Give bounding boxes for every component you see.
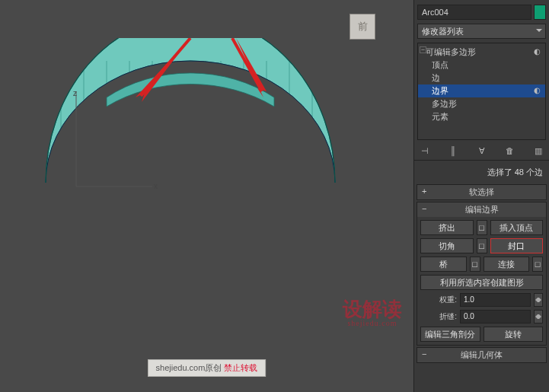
insert-vertex-button[interactable]: 插入顶点 bbox=[490, 220, 544, 235]
object-name-field[interactable]: Arc004 bbox=[417, 5, 531, 20]
pin-stack-icon[interactable]: ⊣ bbox=[419, 145, 431, 157]
show-end-result-icon[interactable]: ║ bbox=[447, 145, 459, 157]
rollout-edit-geometry[interactable]: 编辑几何体 bbox=[417, 348, 546, 362]
make-unique-icon[interactable]: ∀ bbox=[476, 145, 488, 157]
stack-editable-poly[interactable]: 可编辑多边形◐ bbox=[418, 46, 545, 59]
stack-sub-vertex[interactable]: 顶点 bbox=[418, 59, 545, 72]
crease-spin-buttons[interactable] bbox=[534, 310, 543, 323]
selection-status: 选择了 48 个边 bbox=[414, 162, 549, 183]
chamfer-button[interactable]: 切角 bbox=[420, 238, 474, 253]
stack-toolbar: ⊣ ║ ∀ 🗑 ▥ bbox=[414, 142, 549, 161]
stack-sub-border[interactable]: 边界◐ bbox=[418, 84, 545, 97]
stack-sub-element[interactable]: 元素 bbox=[418, 110, 545, 123]
crease-label: 折缝: bbox=[420, 311, 457, 322]
object-color-swatch[interactable] bbox=[534, 5, 546, 20]
svg-text:z: z bbox=[73, 89, 77, 97]
modifier-stack[interactable]: 可编辑多边形◐ 顶点 边 边界◐ 多边形 元素 bbox=[417, 43, 546, 140]
remove-modifier-icon[interactable]: 🗑 bbox=[504, 145, 516, 157]
extrude-button[interactable]: 挤出 bbox=[420, 220, 474, 235]
viewcube[interactable]: 前 bbox=[350, 14, 375, 40]
connect-settings-button[interactable]: □ bbox=[532, 257, 543, 272]
svg-text:x: x bbox=[154, 182, 158, 190]
credit-bar: shejiedu.com原创 禁止转载 bbox=[148, 359, 267, 377]
chamfer-settings-button[interactable]: □ bbox=[477, 238, 487, 253]
rotate-button[interactable]: 旋转 bbox=[484, 327, 544, 342]
cap-button[interactable]: 封口 bbox=[490, 238, 544, 253]
mesh-preview: zx bbox=[30, 38, 365, 297]
weight-spin-buttons[interactable] bbox=[534, 293, 543, 307]
crease-spinner[interactable]: 0.0 bbox=[460, 310, 531, 323]
bridge-settings-button[interactable]: □ bbox=[470, 257, 480, 272]
bridge-button[interactable]: 桥 bbox=[420, 257, 467, 272]
extrude-settings-button[interactable]: □ bbox=[477, 220, 487, 235]
stack-sub-edge[interactable]: 边 bbox=[418, 72, 545, 84]
command-panel: Arc004 修改器列表 可编辑多边形◐ 顶点 边 边界◐ 多边形 元素 ⊣ ║… bbox=[414, 0, 549, 392]
configure-sets-icon[interactable]: ▥ bbox=[532, 145, 544, 157]
viewport[interactable]: 前 zx 设解读shejiedu.com shejiedu.com原创 禁止转载 bbox=[0, 0, 414, 392]
modifier-list-dropdown[interactable]: 修改器列表 bbox=[417, 24, 546, 39]
weight-spinner[interactable]: 1.0 bbox=[460, 293, 531, 307]
watermark: 设解读shejiedu.com bbox=[343, 300, 402, 327]
rollout-edit-border[interactable]: 编辑边界 bbox=[417, 202, 546, 217]
edit-tri-button[interactable]: 编辑三角剖分 bbox=[420, 327, 480, 342]
create-shape-button[interactable]: 利用所选内容创建图形 bbox=[420, 275, 543, 290]
rollout-soft-selection[interactable]: 软选择 bbox=[417, 185, 546, 199]
stack-sub-polygon[interactable]: 多边形 bbox=[418, 97, 545, 110]
connect-button[interactable]: 连接 bbox=[484, 257, 530, 272]
weight-label: 权重: bbox=[420, 295, 457, 305]
